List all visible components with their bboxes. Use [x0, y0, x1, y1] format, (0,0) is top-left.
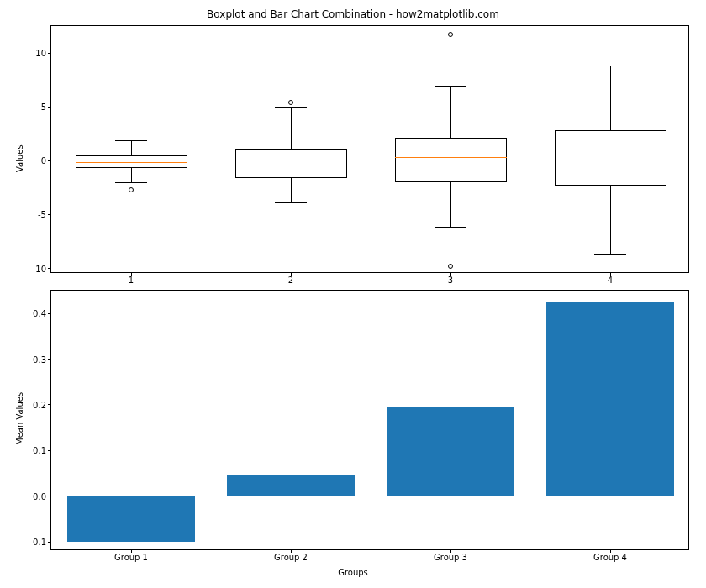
axes-bar: -0.10.00.10.20.30.4Group 1Group 2Group 3… — [50, 290, 689, 550]
xtick-label: Group 3 — [434, 549, 467, 562]
figure-title: Boxplot and Bar Chart Combination - how2… — [0, 8, 706, 20]
ytick-label: 0 — [41, 156, 51, 165]
median-2 — [235, 160, 347, 160]
median-3 — [395, 157, 507, 158]
xtick-label: 4 — [608, 272, 613, 285]
xtick-label: 3 — [448, 272, 453, 285]
median-4 — [555, 160, 666, 160]
xtick-label: 1 — [129, 272, 134, 285]
ylabel-bottom: Mean Values — [15, 392, 24, 445]
ytick-label: 0.0 — [33, 491, 51, 501]
cap-high-1 — [115, 140, 147, 141]
box-2 — [235, 149, 347, 178]
outlier-1-0 — [129, 187, 134, 192]
bar-4 — [546, 302, 674, 496]
box-4 — [555, 130, 666, 185]
ytick-label: 0.2 — [33, 400, 51, 409]
xtick-label: Group 2 — [274, 549, 308, 562]
cap-high-3 — [435, 86, 466, 87]
whisker-high-2 — [291, 107, 292, 149]
xtick-label: Group 1 — [114, 549, 148, 562]
whisker-low-4 — [610, 186, 611, 254]
whisker-high-4 — [610, 66, 611, 130]
cap-low-2 — [275, 202, 307, 203]
bar-2 — [227, 475, 355, 496]
ytick-label: 0.4 — [33, 309, 51, 318]
ytick-label: -0.1 — [29, 538, 51, 547]
xlabel: Groups — [0, 568, 706, 577]
cap-low-3 — [435, 227, 466, 228]
ytick-label: 0.3 — [33, 354, 51, 364]
xtick-label: Group 4 — [593, 549, 627, 562]
cap-high-4 — [594, 66, 626, 66]
whisker-low-2 — [291, 178, 292, 203]
xtick-label: 2 — [288, 272, 293, 285]
box-3 — [395, 138, 507, 182]
cap-low-4 — [594, 254, 626, 255]
figure: Boxplot and Bar Chart Combination - how2… — [0, 0, 706, 588]
bar-1 — [67, 496, 195, 542]
cap-low-1 — [115, 182, 147, 183]
median-1 — [76, 162, 187, 163]
whisker-low-1 — [131, 168, 132, 182]
whisker-low-3 — [450, 182, 451, 227]
ylabel-top: Values — [15, 144, 24, 172]
ytick-label: -10 — [33, 264, 51, 273]
axes-boxplot: -10-505101234 — [50, 25, 689, 273]
ytick-label: -5 — [38, 210, 51, 219]
ytick-label: 10 — [35, 49, 51, 58]
outlier-3-1 — [448, 32, 453, 37]
bar-3 — [387, 407, 514, 496]
whisker-high-1 — [131, 140, 132, 155]
ytick-label: 0.1 — [33, 446, 51, 455]
cap-high-2 — [275, 107, 307, 108]
outlier-3-0 — [448, 264, 453, 269]
outlier-2-0 — [288, 100, 293, 105]
whisker-high-3 — [450, 86, 451, 139]
ytick-label: 5 — [41, 102, 51, 112]
